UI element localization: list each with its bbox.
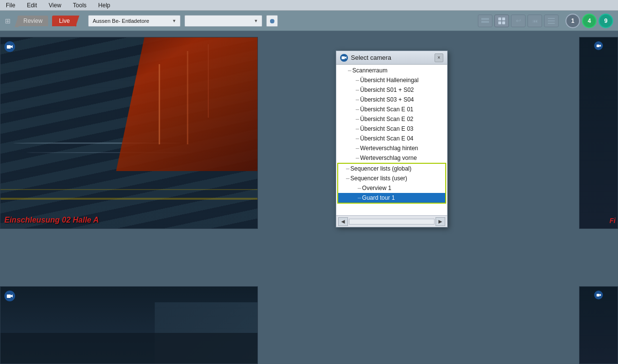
svg-rect-17 bbox=[342, 56, 345, 59]
svg-rect-6 bbox=[548, 18, 555, 19]
tree-item-scannerraum[interactable]: ─ Scannerraum bbox=[336, 66, 447, 75]
back-icon[interactable]: ↩ bbox=[511, 15, 526, 27]
menu-bar: File Edit View Tools Help bbox=[0, 0, 618, 11]
camera-scene-bottom bbox=[0, 287, 257, 364]
camera-tile-bottom-left bbox=[0, 286, 258, 364]
svg-marker-12 bbox=[600, 45, 601, 47]
list-icon[interactable] bbox=[544, 15, 559, 27]
tree-item-0[interactable]: ─ Übersicht Halleneingal bbox=[336, 75, 447, 85]
tree-item-overview1[interactable]: ─ Overview 1 bbox=[338, 183, 445, 193]
camera-overlay-text-main: Einschleusung 02 Halle A bbox=[4, 216, 99, 225]
secondary-dropdown[interactable]: ▼ bbox=[184, 15, 262, 27]
tree-item-seq-global[interactable]: ─ Sequencer lists (global) bbox=[338, 164, 445, 173]
dialog-title-bar: Select camera × bbox=[336, 51, 447, 65]
camera-scene-main: Einschleusung 02 Halle A bbox=[0, 37, 257, 228]
dialog-body: ─ Scannerraum ─ Übersicht Halleneingal ─… bbox=[336, 65, 447, 215]
camera-tile-bottom-right bbox=[579, 286, 618, 364]
tab-live[interactable]: Live bbox=[52, 16, 76, 26]
svg-marker-10 bbox=[11, 45, 13, 48]
tree-item-4[interactable]: ─ Übersicht Scan E 02 bbox=[336, 114, 447, 124]
tree-item-2[interactable]: ─ Übersicht S03 + S04 bbox=[336, 95, 447, 104]
toolbar-icon-group: ↩ ⏮ 1 4 9 bbox=[478, 14, 613, 28]
menu-file[interactable]: File bbox=[4, 1, 17, 10]
camera-icon-tile3 bbox=[4, 291, 15, 301]
menu-tools[interactable]: Tools bbox=[71, 1, 89, 10]
content-area: Einschleusung 02 Halle A Fi bbox=[0, 31, 618, 364]
svg-rect-8 bbox=[548, 23, 555, 24]
tree-item-guardtour1[interactable]: ─ Guard tour 1 bbox=[338, 193, 445, 203]
step-icon[interactable]: ⏮ bbox=[527, 15, 542, 27]
horizontal-scrollbar[interactable] bbox=[349, 219, 435, 225]
menu-view[interactable]: View bbox=[47, 1, 63, 10]
svg-rect-2 bbox=[498, 17, 501, 20]
tree-item-seq-user[interactable]: ─ Sequencer lists (user) bbox=[338, 173, 445, 183]
tree-item-7[interactable]: ─ Werteverschlag hinten bbox=[336, 143, 447, 153]
tree-item-5[interactable]: ─ Übersicht Scan E 03 bbox=[336, 124, 447, 134]
dropdown-arrow-2: ▼ bbox=[254, 18, 258, 23]
scroll-right-button[interactable]: ▶ bbox=[436, 217, 445, 226]
dialog-title-text: Select camera bbox=[351, 54, 432, 61]
svg-marker-16 bbox=[600, 294, 601, 296]
view-mode-icon[interactable] bbox=[478, 15, 492, 27]
record-button[interactable]: ⏺ bbox=[266, 15, 278, 27]
tree-item-3[interactable]: ─ Übersicht Scan E 01 bbox=[336, 104, 447, 114]
svg-rect-5 bbox=[502, 21, 505, 24]
svg-rect-9 bbox=[7, 45, 11, 49]
dropdown-arrow: ▼ bbox=[172, 18, 176, 23]
svg-rect-3 bbox=[502, 17, 505, 20]
svg-rect-4 bbox=[498, 21, 501, 24]
toolbar: ⊞ Review Live Aussen Be- Entladetore ▼ ▼… bbox=[0, 11, 618, 31]
view-1-button[interactable]: 1 bbox=[565, 14, 580, 28]
layout-dropdown[interactable]: Aussen Be- Entladetore ▼ bbox=[88, 15, 181, 27]
svg-rect-7 bbox=[548, 20, 555, 21]
svg-marker-14 bbox=[11, 295, 13, 297]
camera-tile-right-top: Fi bbox=[579, 37, 618, 229]
dialog-footer: ◀ ▶ bbox=[336, 215, 447, 227]
svg-rect-15 bbox=[597, 294, 600, 296]
view-4-button[interactable]: 4 bbox=[582, 14, 597, 28]
grid-icon[interactable] bbox=[494, 15, 509, 27]
sequencer-highlight-group: ─ Sequencer lists (global) ─ Sequencer l… bbox=[337, 163, 446, 204]
dialog-title-icon bbox=[340, 54, 348, 62]
svg-rect-0 bbox=[481, 18, 489, 20]
tab-review[interactable]: Review bbox=[18, 16, 48, 26]
camera-tile-main: Einschleusung 02 Halle A bbox=[0, 37, 258, 229]
svg-rect-11 bbox=[597, 45, 600, 47]
dialog-close-button[interactable]: × bbox=[435, 53, 443, 62]
tree-item-1[interactable]: ─ Übersicht S01 + S02 bbox=[336, 85, 447, 95]
svg-rect-13 bbox=[7, 295, 11, 298]
tree-item-8[interactable]: ─ Werteverschlag vorne bbox=[336, 153, 447, 163]
tree-item-6[interactable]: ─ Übersicht Scan E 04 bbox=[336, 134, 447, 143]
camera-tree[interactable]: ─ Scannerraum ─ Übersicht Halleneingal ─… bbox=[336, 65, 447, 215]
scroll-left-button[interactable]: ◀ bbox=[338, 217, 348, 226]
menu-help[interactable]: Help bbox=[96, 1, 112, 10]
camera-icon-tile1 bbox=[4, 41, 15, 52]
svg-marker-18 bbox=[345, 56, 346, 59]
view-9-button[interactable]: 9 bbox=[599, 14, 613, 28]
select-camera-dialog: Select camera × ─ Scannerraum ─ Übersich… bbox=[336, 51, 448, 227]
menu-edit[interactable]: Edit bbox=[25, 1, 39, 10]
svg-rect-1 bbox=[481, 21, 489, 23]
